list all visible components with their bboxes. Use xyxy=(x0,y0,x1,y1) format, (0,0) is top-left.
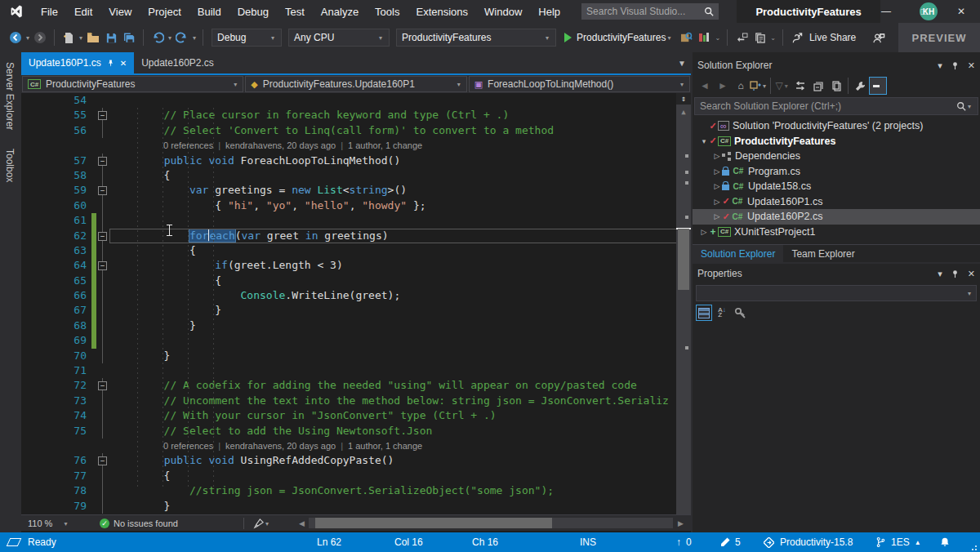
tree-item-update158-cs[interactable]: ▷C#Update158.cs xyxy=(693,179,980,194)
navbar-combo-ProductivityFeatures[interactable]: C#ProductivityFeatures▾ xyxy=(22,76,243,92)
feedback-icon[interactable] xyxy=(871,28,887,47)
tree-item-update160p2-cs[interactable]: ▷✓C#Update160P2.cs xyxy=(693,209,980,225)
menu-extensions[interactable]: Extensions xyxy=(408,6,476,18)
categorized-view-icon[interactable] xyxy=(696,305,712,321)
open-folder-icon[interactable] xyxy=(85,28,101,47)
debug-config-combobox[interactable]: Debug▾ xyxy=(212,29,282,47)
back-icon[interactable]: ◄ xyxy=(696,77,714,95)
tab-list-dropdown-caret[interactable]: ▼ xyxy=(678,59,686,68)
character-indicator[interactable]: Ch 16 xyxy=(472,532,498,552)
code-line-65[interactable]: 65 { xyxy=(21,274,691,288)
codelens-row[interactable]: 0 references|kendrahavens, 20 days ago|1… xyxy=(21,138,691,153)
code-line-77[interactable]: 77 { xyxy=(21,469,691,483)
new-file-icon[interactable] xyxy=(60,28,77,47)
alphabetical-sort-icon[interactable]: A↓Z xyxy=(714,305,730,321)
live-share-icon[interactable] xyxy=(789,28,805,47)
close-icon[interactable]: ✕ xyxy=(120,59,127,68)
live-share-label[interactable]: Live Share xyxy=(809,32,856,43)
outgoing-commits-indicator[interactable]: ↑ 0 xyxy=(676,532,692,552)
redo-dropdown-caret[interactable]: ▾ xyxy=(193,34,196,42)
navbar-combo-ProductivityFeatures.Update160P1[interactable]: ◆ProductivityFeatures.Update160P1▾ xyxy=(245,76,466,92)
column-indicator[interactable]: Col 16 xyxy=(394,532,423,552)
tab-Update160P2.cs[interactable]: Update160P2.cs xyxy=(134,52,221,73)
vertical-scrollbar-thumb[interactable] xyxy=(678,229,689,290)
collapsed-chevron-icon[interactable]: ▷ xyxy=(712,212,722,220)
notifications-bell-icon[interactable] xyxy=(939,532,951,552)
branch-indicator[interactable]: 1ES ▲ xyxy=(875,532,921,552)
performance-profiler-icon[interactable] xyxy=(696,28,712,47)
tab-Update160P1.cs[interactable]: Update160P1.cs✕ xyxy=(21,52,134,73)
code-line-79[interactable]: 79 } xyxy=(21,499,691,514)
menu-file[interactable]: File xyxy=(33,6,66,18)
menu-window[interactable]: Window xyxy=(476,6,530,18)
vertical-scrollbar[interactable]: ⇕ ▲ xyxy=(676,93,691,514)
attach-to-process-icon[interactable] xyxy=(678,28,694,47)
codelens-row[interactable]: 0 references|kendrahavens, 20 days ago|1… xyxy=(21,438,691,453)
navigate-backward-code-icon[interactable] xyxy=(733,28,750,47)
edit-overflow-chevron[interactable]: ⌄ xyxy=(770,34,776,42)
code-line-72[interactable]: 72− // A codefix for adding the needed "… xyxy=(21,378,691,393)
code-line-60[interactable]: 60 { "hi", "yo", "hello", "howdy" }; xyxy=(21,198,691,213)
code-line-61[interactable]: 61 xyxy=(21,213,691,228)
pin-icon[interactable] xyxy=(107,59,114,67)
code-line-74[interactable]: 74 // With your cursor in "JsonConvert" … xyxy=(21,408,691,423)
start-debugging-button[interactable]: ProductivityFeatures▾ xyxy=(564,32,672,43)
insert-mode-indicator[interactable]: INS xyxy=(580,532,596,552)
background-tasks-indicator[interactable]: Ready xyxy=(8,532,56,552)
menu-test[interactable]: Test xyxy=(277,6,313,18)
save-all-icon[interactable] xyxy=(121,28,137,47)
toolbox-tab[interactable]: Toolbox xyxy=(4,149,16,182)
back-dropdown-caret[interactable]: ▾ xyxy=(26,34,29,42)
minimize-button[interactable]: — xyxy=(867,0,905,23)
properties-object-combobox[interactable]: ▾ xyxy=(696,285,977,301)
navigate-back-icon[interactable] xyxy=(7,28,24,47)
line-indicator[interactable]: Ln 62 xyxy=(317,532,341,552)
repository-indicator[interactable]: Productivity-15.8 xyxy=(764,532,853,552)
undo-icon[interactable] xyxy=(149,28,166,47)
collapsed-chevron-icon[interactable]: ▷ xyxy=(712,198,722,206)
pin-icon[interactable] xyxy=(951,61,960,70)
search-options-caret[interactable]: ▾ xyxy=(968,103,971,110)
zoom-level-select[interactable]: 110 %▾ xyxy=(28,515,69,532)
code-line-62[interactable]: 62− foreach(var greet in greetings) xyxy=(21,229,691,243)
tree-item-dependencies[interactable]: ▷Dependencies xyxy=(693,149,980,164)
horizontal-scrollbar[interactable] xyxy=(309,518,673,528)
collapse-all-icon[interactable] xyxy=(809,77,827,95)
filter-icon[interactable]: ▽▾ xyxy=(773,77,791,95)
panel-tab-team-explorer[interactable]: Team Explorer xyxy=(783,245,862,262)
code-line-56[interactable]: 56 // Select 'Convert to Linq(call form)… xyxy=(21,123,691,138)
forward-icon[interactable]: ► xyxy=(714,77,732,95)
preview-selected-items-icon[interactable] xyxy=(869,77,887,95)
new-file-dropdown-caret[interactable]: ▾ xyxy=(79,34,82,42)
platform-combobox[interactable]: Any CPU▾ xyxy=(288,29,390,47)
code-editor[interactable]: 5455− // Place cursor in foreach keyword… xyxy=(21,93,691,514)
properties-wrench-icon[interactable] xyxy=(851,77,869,95)
save-icon[interactable] xyxy=(103,28,119,47)
preview-button[interactable]: PREVIEW xyxy=(898,23,980,52)
show-all-files-icon[interactable] xyxy=(827,77,845,95)
scroll-left-arrow[interactable]: ◀ xyxy=(299,515,305,532)
horizontal-scrollbar-thumb[interactable] xyxy=(315,518,552,528)
menu-debug[interactable]: Debug xyxy=(229,6,277,18)
issues-indicator[interactable]: ✓ No issues found xyxy=(100,515,178,532)
window-position-caret-icon[interactable]: ▾ xyxy=(938,269,942,279)
scroll-right-arrow[interactable]: ▶ xyxy=(678,515,684,532)
code-line-69[interactable]: 69 xyxy=(21,333,691,348)
startup-project-combobox[interactable]: ProductivityFeatures▾ xyxy=(396,29,556,47)
scroll-up-arrow[interactable]: ▲ xyxy=(676,108,691,116)
code-line-54[interactable]: 54 xyxy=(21,93,691,108)
tree-item-productivityfeatures[interactable]: ▾✓C#ProductivityFeatures xyxy=(693,134,980,149)
close-button[interactable]: ✕ xyxy=(942,0,980,23)
expanded-chevron-icon[interactable]: ▾ xyxy=(699,137,709,145)
menu-view[interactable]: View xyxy=(100,6,140,18)
fold-collapse-icon[interactable]: − xyxy=(98,111,107,120)
code-line-58[interactable]: 58 { xyxy=(21,168,691,183)
code-line-59[interactable]: 59− var greetings = new List<string>() xyxy=(21,183,691,198)
code-line-78[interactable]: 78 //string json = JsonConvert.Serialize… xyxy=(21,483,691,498)
vs-search-box[interactable]: Search Visual Studio... xyxy=(581,3,719,20)
menu-build[interactable]: Build xyxy=(189,6,229,18)
fold-collapse-icon[interactable]: − xyxy=(98,381,107,390)
menu-edit[interactable]: Edit xyxy=(66,6,100,18)
toolbar-overflow-chevron[interactable]: ⌄ xyxy=(715,34,720,42)
menu-tools[interactable]: Tools xyxy=(367,6,408,18)
